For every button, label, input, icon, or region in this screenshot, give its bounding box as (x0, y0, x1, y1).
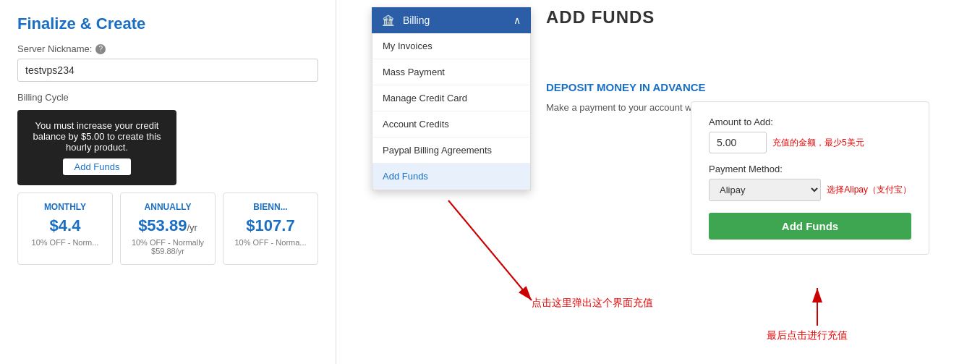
dropdown-item-add-funds[interactable]: Add Funds (372, 164, 530, 190)
server-nickname-label: Server Nickname: ? (17, 43, 318, 54)
pricing-discount-biennially: 10% OFF - Norma... (232, 238, 309, 247)
pricing-discount-annually: 10% OFF - Normally $59.88/yr (129, 238, 206, 255)
amount-label: Amount to Add: (709, 117, 911, 127)
pricing-card-annually[interactable]: ANNUALLY $53.89/yr 10% OFF - Normally $5… (120, 192, 216, 265)
annotation-click-hint: 点击这里弹出这个界面充值 (532, 297, 653, 310)
dropdown-item-paypal[interactable]: Paypal Billing Agreements (372, 137, 530, 164)
pricing-price-monthly: $4.4 (27, 216, 103, 235)
dropdown-item-manage-credit-card[interactable]: Manage Credit Card (372, 85, 530, 111)
amount-hint: 充值的金额，最少5美元 (772, 137, 864, 149)
pricing-period-monthly: MONTHLY (27, 202, 103, 212)
payment-method-select[interactable]: Alipay (709, 179, 821, 201)
amount-row: 充值的金额，最少5美元 (709, 132, 911, 153)
pricing-price-annually: $53.89/yr (129, 216, 206, 235)
deposit-form-card: Amount to Add: 充值的金额，最少5美元 Payment Metho… (691, 101, 929, 255)
deposit-title: DEPOSIT MONEY IN ADVANCE (546, 80, 973, 96)
pricing-card-biennially[interactable]: BIENN... $107.7 10% OFF - Norma... (223, 192, 318, 265)
bank-icon: 🏦 (382, 14, 394, 26)
add-funds-button-inline[interactable]: Add Funds (63, 158, 132, 175)
payment-hint: 选择Alipay（支付宝） (827, 184, 911, 196)
credit-warning-text: You must increase your credit balance by… (33, 120, 161, 153)
pricing-period-biennially: BIENN... (232, 202, 309, 212)
annotation-final-hint: 最后点击进行充值 (767, 329, 848, 342)
billing-dropdown: 🏦 Billing ∧ My Invoices Mass Payment Man… (372, 7, 531, 190)
dropdown-item-account-credits[interactable]: Account Credits (372, 111, 530, 137)
chevron-up-icon: ∧ (514, 14, 521, 26)
pricing-period-annually: ANNUALLY (129, 202, 206, 212)
pricing-discount-monthly: 10% OFF - Norm... (27, 238, 103, 247)
pricing-price-biennially: $107.7 (232, 216, 309, 235)
add-funds-title: ADD FUNDS (546, 7, 973, 27)
billing-icon: 🏦 Billing (382, 14, 430, 26)
billing-label: Billing (403, 14, 430, 26)
add-funds-submit-button[interactable]: Add Funds (709, 213, 911, 240)
svg-line-2 (448, 200, 532, 300)
left-panel: Finalize & Create Server Nickname: ? Bil… (0, 0, 336, 364)
dropdown-item-mass-payment[interactable]: Mass Payment (372, 59, 530, 85)
pricing-card-monthly[interactable]: MONTHLY $4.4 10% OFF - Norm... (17, 192, 113, 265)
credit-warning-box: You must increase your credit balance by… (17, 110, 176, 185)
dropdown-items-list: My Invoices Mass Payment Manage Credit C… (372, 33, 531, 190)
right-panel: ADD FUNDS (546, 7, 973, 39)
billing-dropdown-header[interactable]: 🏦 Billing ∧ (372, 7, 531, 33)
help-icon[interactable]: ? (95, 44, 106, 54)
amount-input[interactable] (709, 132, 767, 153)
dropdown-item-my-invoices[interactable]: My Invoices (372, 33, 530, 59)
pricing-row: MONTHLY $4.4 10% OFF - Norm... ANNUALLY … (17, 192, 318, 265)
billing-cycle-label: Billing Cycle (17, 92, 318, 103)
payment-method-row: Alipay 选择Alipay（支付宝） (709, 179, 911, 201)
page-title: Finalize & Create (17, 14, 318, 33)
server-nickname-input[interactable] (17, 59, 318, 82)
payment-method-label: Payment Method: (709, 164, 911, 174)
